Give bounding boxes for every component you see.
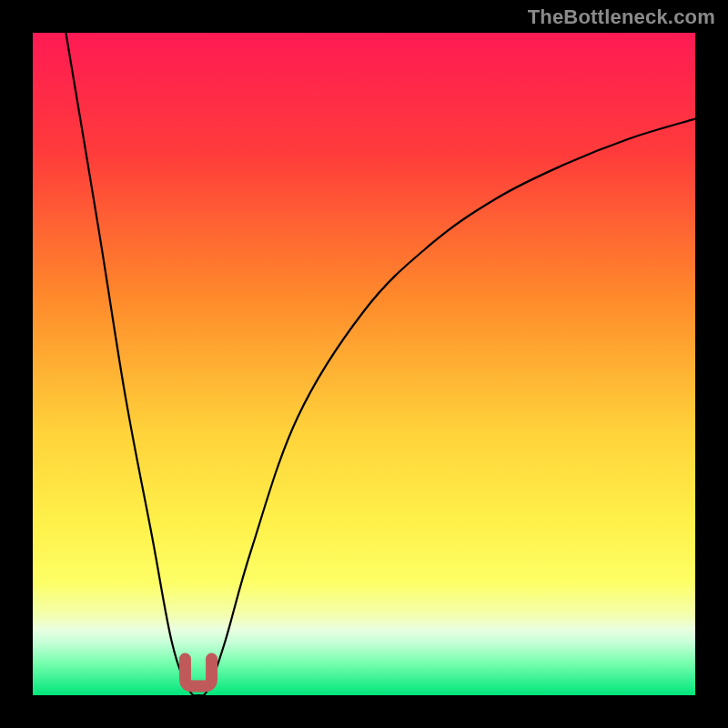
curve-layer — [33, 33, 695, 695]
bottleneck-curve — [66, 33, 695, 695]
minimum-marker — [185, 659, 211, 686]
watermark-text: TheBottleneck.com — [528, 5, 715, 29]
chart-frame: TheBottleneck.com — [0, 0, 728, 728]
plot-area — [33, 33, 695, 695]
